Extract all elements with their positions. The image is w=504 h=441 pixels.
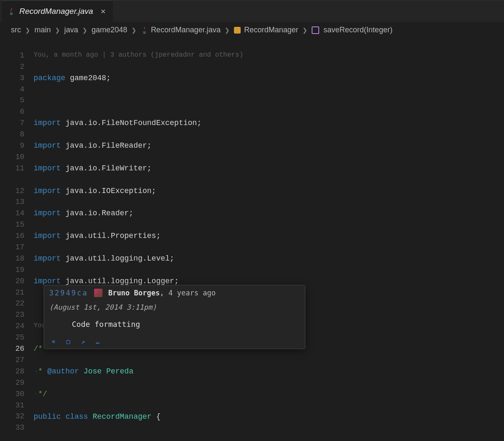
prev-commit-icon[interactable]: « xyxy=(50,337,57,346)
crumb-file-label: RecordManager.java xyxy=(151,26,220,34)
java-file-icon xyxy=(141,26,148,35)
line-number-gutter: 1 2 3 4 5 6 7 8 9 10 11 12 13 14 15 16 1… xyxy=(0,39,34,441)
chevron-right-icon: ❯ xyxy=(24,27,31,34)
editor[interactable]: 1 2 3 4 5 6 7 8 9 10 11 12 13 14 15 16 1… xyxy=(0,39,504,441)
open-commit-icon[interactable]: ▢ xyxy=(65,337,72,346)
code-content[interactable]: You, a month ago | 3 authors (jperedadnr… xyxy=(34,39,504,441)
crumb-class[interactable]: RecordManager xyxy=(231,26,301,34)
chevron-right-icon: ❯ xyxy=(131,27,137,34)
commit-author: Bruno Borges xyxy=(108,289,160,297)
breadcrumb: src ❯ main ❯ java ❯ game2048 ❯ RecordMan… xyxy=(0,22,504,39)
codelens-blame[interactable]: You, a month ago | 3 authors (jperedadnr… xyxy=(34,50,504,61)
git-blame-hover: 32949ca Bruno Borges, 4 years ago (Augus… xyxy=(44,285,305,349)
separator: , xyxy=(160,289,164,297)
crumb-main[interactable]: main xyxy=(32,26,53,34)
commit-sha[interactable]: 32949ca xyxy=(49,289,88,297)
more-actions-icon[interactable]: … xyxy=(94,337,101,346)
chevron-right-icon: ❯ xyxy=(54,27,61,34)
external-link-icon[interactable]: ↗ xyxy=(79,337,87,346)
tab-file[interactable]: RecordManager.java × xyxy=(2,0,113,22)
avatar xyxy=(94,289,102,297)
crumb-src[interactable]: src xyxy=(8,26,24,34)
chevron-right-icon: ❯ xyxy=(302,27,308,34)
chevron-right-icon: ❯ xyxy=(81,27,88,34)
java-file-icon xyxy=(8,7,15,16)
crumb-java[interactable]: java xyxy=(62,26,81,34)
tab-title: RecordManager.java xyxy=(19,7,93,16)
commit-age: 4 years ago xyxy=(168,289,216,297)
crumb-method[interactable]: saveRecord(Integer) xyxy=(309,26,395,34)
commit-message: Code formatting xyxy=(72,320,300,329)
tab-bar: RecordManager.java × xyxy=(0,0,504,22)
crumb-file[interactable]: RecordManager.java xyxy=(138,26,223,35)
crumb-package[interactable]: game2048 xyxy=(89,26,130,34)
commit-date: (August 1st, 2014 3:11pm) xyxy=(49,303,157,311)
close-icon[interactable]: × xyxy=(101,7,106,16)
chevron-right-icon: ❯ xyxy=(224,27,231,34)
